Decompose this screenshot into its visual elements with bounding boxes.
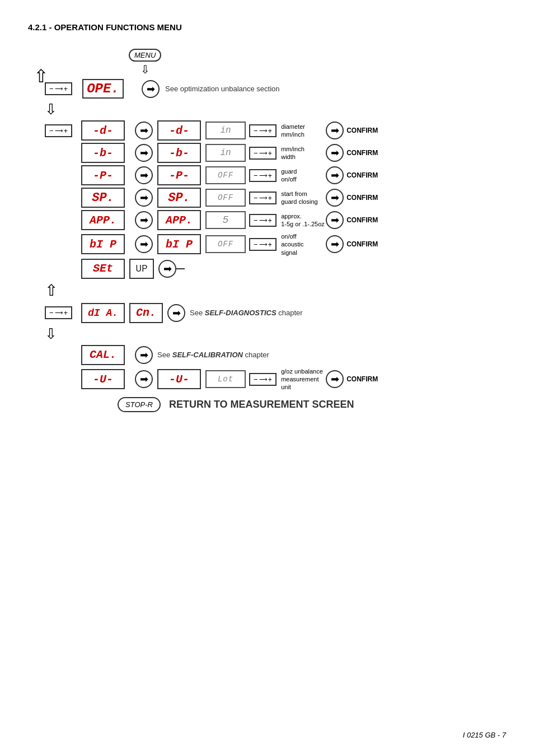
confirm-label-p: CONFIRM bbox=[346, 171, 378, 179]
row-cal: CAL. ➡ See SELF-CALIBRATION chapter bbox=[45, 345, 515, 365]
enter-p[interactable]: ➡ bbox=[135, 166, 153, 184]
p-label1: -P- bbox=[81, 165, 125, 185]
cn-label: Cn. bbox=[129, 303, 163, 323]
u-desc: g/oz unbalancemeasurementunit bbox=[281, 367, 326, 391]
bip-display: OFF bbox=[205, 235, 246, 253]
d-desc: diametermm/inch bbox=[281, 123, 326, 139]
down-arrow-2: ⇩ bbox=[45, 325, 515, 343]
sp-label1: SP. bbox=[81, 188, 125, 208]
enter-u[interactable]: ➡ bbox=[135, 370, 153, 388]
menu-label[interactable]: MENU bbox=[129, 49, 161, 62]
bip-plusminus[interactable]: −⟶+ bbox=[249, 238, 277, 251]
app-label2: APP. bbox=[157, 210, 201, 230]
row-stop: STOP-R RETURN TO MEASUREMENT SCREEN bbox=[118, 397, 515, 412]
bip-label2: bI P bbox=[157, 234, 201, 254]
cal-label: CAL. bbox=[81, 345, 125, 365]
sp-plusminus[interactable]: −⟶+ bbox=[249, 192, 277, 204]
confirm-btn-app[interactable]: ➡ bbox=[326, 211, 344, 229]
d-label2: -d- bbox=[157, 120, 201, 141]
row-app: APP. ➡ APP. 5 −⟶+ approx.1-5g or .1-.25o… bbox=[45, 210, 515, 230]
sp-label2: SP. bbox=[157, 188, 201, 208]
enter-set[interactable]: ➡ bbox=[158, 260, 176, 278]
app-plusminus[interactable]: −⟶+ bbox=[249, 214, 277, 227]
confirm-btn-b[interactable]: ➡ bbox=[326, 144, 344, 162]
dia-label1: dI A. bbox=[81, 303, 125, 323]
sp-desc: start fromguard closing bbox=[281, 190, 326, 206]
confirm-label-app: CONFIRM bbox=[346, 216, 378, 224]
enter-diag[interactable]: ➡ bbox=[167, 304, 185, 322]
left-ctrl-diag: −⟶+ bbox=[45, 306, 81, 319]
stop-description: RETURN TO MEASUREMENT SCREEN bbox=[169, 399, 354, 410]
d-display: in bbox=[205, 122, 246, 139]
separator-area: ⇧ bbox=[45, 281, 515, 300]
cal-description: See SELF-CALIBRATION chapter bbox=[157, 351, 269, 359]
diagram: ⇧ MENU ⇩ −⟶+ OPE. ➡ bbox=[34, 49, 515, 412]
diag-description: See SELF-DIAGNOSTICS chapter bbox=[190, 309, 303, 317]
enter-bip[interactable]: ➡ bbox=[135, 235, 153, 253]
ctrl-buttons-diag[interactable]: −⟶+ bbox=[45, 306, 72, 319]
page: 4.2.1 - OPERATION FUNCTIONS MENU ⇧ MENU … bbox=[0, 0, 534, 756]
row-diameter: −⟶+ -d- ➡ -d- in −⟶+ diametermm/inch ➡ C… bbox=[45, 120, 515, 141]
b-label1: -b- bbox=[81, 143, 125, 163]
app-display: 5 bbox=[205, 211, 246, 229]
page-title: 4.2.1 - OPERATION FUNCTIONS MENU bbox=[28, 22, 506, 32]
enter-app[interactable]: ➡ bbox=[135, 211, 153, 229]
enter-sp[interactable]: ➡ bbox=[135, 189, 153, 207]
row-set: SEt UP ➡ bbox=[45, 259, 515, 279]
ope-description: See optimization unbalance section bbox=[165, 85, 280, 93]
ctrl-buttons-ope[interactable]: −⟶+ bbox=[45, 82, 72, 95]
d-label1: -d- bbox=[81, 120, 125, 141]
row-width: -b- ➡ -b- in −⟶+ mm/inchwidth ➡ CONFIRM bbox=[45, 143, 515, 163]
left-ctrl-ope: −⟶+ bbox=[45, 82, 81, 95]
u-label1: -U- bbox=[81, 369, 125, 389]
u-plusminus[interactable]: −⟶+ bbox=[249, 373, 277, 386]
row-bip: bI P ➡ bI P OFF −⟶+ on/offacousticsignal… bbox=[45, 232, 515, 256]
app-label1: APP. bbox=[81, 210, 125, 230]
enter-cal[interactable]: ➡ bbox=[135, 346, 153, 364]
confirm-btn-d[interactable]: ➡ bbox=[326, 122, 344, 139]
confirm-btn-bip[interactable]: ➡ bbox=[326, 235, 344, 253]
stop-button-label: STOP-R bbox=[125, 400, 153, 409]
row-diag: −⟶+ dI A. Cn. ➡ See SELF-DIAGNOSTICS cha… bbox=[45, 303, 515, 323]
p-plusminus[interactable]: −⟶+ bbox=[249, 169, 277, 182]
row-ope: −⟶+ OPE. ➡ See optimization unbalance se… bbox=[45, 79, 515, 99]
ctrl-buttons-d[interactable]: −⟶+ bbox=[45, 124, 72, 137]
b-desc: mm/inchwidth bbox=[281, 145, 326, 161]
left-ctrl-d: −⟶+ bbox=[45, 124, 81, 137]
confirm-label-bip: CONFIRM bbox=[346, 240, 378, 248]
up-label: UP bbox=[129, 259, 154, 279]
row-guard: -P- ➡ -P- OFF −⟶+ guardon/off ➡ CONFIRM bbox=[45, 165, 515, 185]
b-plusminus[interactable]: −⟶+ bbox=[249, 147, 277, 160]
confirm-btn-p[interactable]: ➡ bbox=[326, 166, 344, 184]
u-display: Lot bbox=[205, 370, 246, 388]
page-number: I 0215 GB - 7 bbox=[463, 731, 506, 739]
bip-label1: bI P bbox=[81, 234, 125, 254]
bip-desc: on/offacousticsignal bbox=[281, 232, 326, 256]
confirm-btn-u[interactable]: ➡ bbox=[326, 370, 344, 388]
enter-ope[interactable]: ➡ bbox=[142, 80, 160, 98]
stop-button[interactable]: STOP-R bbox=[118, 397, 161, 412]
confirm-btn-sp[interactable]: ➡ bbox=[326, 189, 344, 207]
confirm-label-sp: CONFIRM bbox=[346, 194, 378, 202]
b-label2: -b- bbox=[157, 143, 201, 163]
app-desc: approx.1-5g or .1-.25oz bbox=[281, 212, 326, 228]
row-u: -U- ➡ -U- Lot −⟶+ g/oz unbalancemeasurem… bbox=[45, 367, 515, 391]
ope-label: OPE. bbox=[81, 79, 125, 99]
confirm-label-u: CONFIRM bbox=[346, 375, 378, 383]
confirm-label-b: CONFIRM bbox=[346, 149, 378, 157]
confirm-label-d: CONFIRM bbox=[346, 127, 378, 134]
sp-display: OFF bbox=[205, 189, 246, 207]
row-sp: SP. ➡ SP. OFF −⟶+ start fromguard closin… bbox=[45, 188, 515, 208]
u-label2: -U- bbox=[157, 369, 201, 389]
set-label: SEt bbox=[81, 259, 125, 279]
p-desc: guardon/off bbox=[281, 167, 326, 184]
p-label2: -P- bbox=[157, 165, 201, 185]
p-display: OFF bbox=[205, 166, 246, 184]
b-display: in bbox=[205, 144, 246, 162]
down-arrow-1: ⇩ bbox=[45, 101, 515, 118]
menu-button-area: MENU ⇩ bbox=[129, 49, 161, 76]
enter-d[interactable]: ➡ bbox=[135, 122, 153, 139]
enter-b[interactable]: ➡ bbox=[135, 144, 153, 162]
d-plusminus[interactable]: −⟶+ bbox=[249, 124, 277, 137]
